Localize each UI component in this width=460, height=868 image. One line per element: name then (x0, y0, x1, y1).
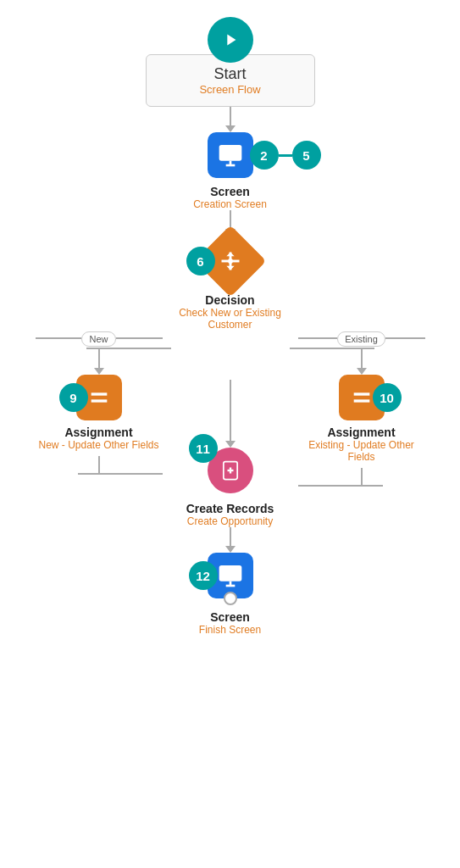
decision-node: 6 Decision Check New or Existing Custome… (163, 236, 298, 331)
assignment-right-subtitle: Existing - Update Other Fields (298, 439, 425, 463)
screen2-row: 12 (208, 553, 253, 598)
left-branch: New 9 Assignment New - Update Other Fiel… (36, 337, 163, 475)
screen2-badge: 12 (189, 561, 218, 590)
screen1-title: Screen (193, 185, 267, 198)
screen1-icon (208, 132, 253, 178)
branch-columns: New 9 Assignment New - Update Other Fiel… (36, 337, 425, 636)
right-branch: Existing 10 Assignment Existing - Update (298, 337, 425, 487)
screen2-label: Screen Finish Screen (199, 610, 261, 636)
h-line-left (86, 348, 171, 349)
right-down-line (361, 468, 363, 485)
h-line-right (290, 348, 374, 349)
assignment-right-badge: 10 (373, 383, 402, 412)
play-icon (208, 17, 253, 63)
screen1-badge2: 5 (292, 141, 321, 170)
assignment-right-title: Assignment (298, 426, 425, 439)
screen2-subtitle: Finish Screen (199, 624, 261, 636)
right-merge-h (298, 485, 383, 487)
screen1-badge-group: 2 5 (250, 141, 321, 170)
branch-left-label: New (81, 331, 115, 347)
screen1-badge1: 2 (250, 141, 279, 170)
branch-left-connector (86, 336, 171, 337)
screen2-title: Screen (199, 610, 261, 624)
assignment-left-row: 9 (76, 375, 122, 420)
svg-rect-1 (219, 145, 241, 161)
branch-area: New 9 Assignment New - Update Other Fiel… (0, 331, 460, 636)
screen1-node: 2 5 Screen Creation Screen (193, 132, 267, 210)
start-subtitle: Screen Flow (180, 83, 280, 96)
svg-rect-12 (219, 565, 241, 581)
decision-row: 6 (205, 236, 256, 287)
assignment-left-badge: 9 (59, 383, 88, 412)
assignment-left-subtitle: New - Update Other Fields (38, 439, 158, 451)
assignment-right-label: Assignment Existing - Update Other Field… (298, 426, 425, 463)
assignment-left-label: Assignment New - Update Other Fields (38, 426, 158, 451)
create-records-title: Create Records (186, 502, 274, 515)
screen1-row: 2 5 (208, 132, 253, 178)
screen1-label: Screen Creation Screen (193, 185, 267, 210)
branch-right-label: Existing (337, 331, 385, 347)
svg-marker-0 (227, 35, 236, 46)
arrow-left-down (94, 349, 104, 375)
start-node: Start Screen Flow (146, 17, 315, 107)
create-records-badge: 11 (189, 434, 218, 463)
badge-dash (279, 154, 292, 157)
create-records-label: Create Records Create Opportunity (186, 502, 274, 527)
existing-label-wrapper: Existing (337, 331, 385, 346)
arrow-right-down (357, 349, 367, 375)
left-merge-h (78, 473, 163, 475)
arrow-1 (225, 107, 236, 132)
assignment-left-title: Assignment (38, 426, 158, 439)
center-arrow (225, 380, 236, 448)
new-label-wrapper: New (81, 331, 115, 346)
screen1-subtitle: Creation Screen (193, 198, 267, 210)
left-down-line (98, 456, 100, 473)
assignment-right-row: 10 (339, 375, 385, 420)
create-records-subtitle: Create Opportunity (186, 515, 274, 527)
arrow-to-screen2 (225, 527, 236, 553)
flow-container: Start Screen Flow 2 5 Screen Creation Sc… (0, 17, 460, 636)
decision-label: Decision Check New or Existing Customer (163, 293, 298, 331)
branch-right-connector (290, 336, 374, 337)
center-branch: 11 Create Records Create Opportunity 12 (163, 337, 298, 636)
decision-badge: 6 (186, 247, 215, 275)
create-records-row: 11 (208, 448, 253, 493)
branch-connectors-top (86, 336, 374, 337)
start-title: Start (180, 65, 280, 83)
decision-subtitle: Check New or Existing Customer (163, 307, 298, 331)
